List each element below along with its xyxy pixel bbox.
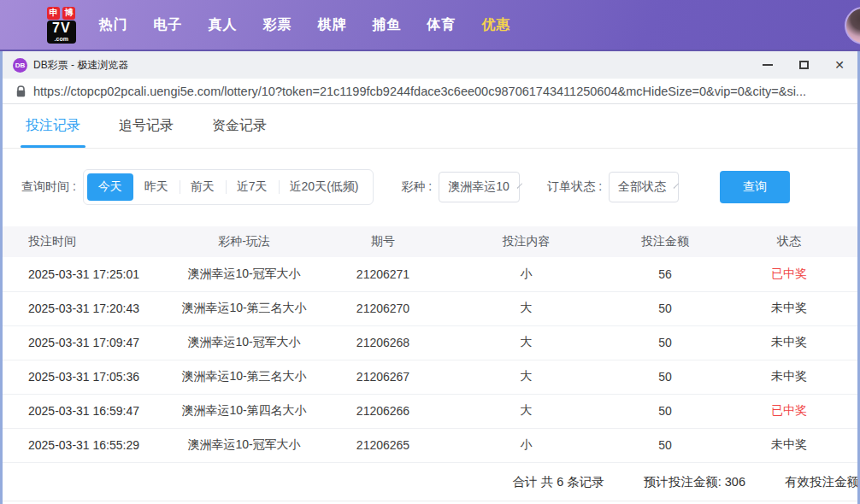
minimize-icon (763, 64, 773, 66)
maximize-button[interactable] (786, 51, 822, 79)
minimize-button[interactable] (750, 51, 786, 79)
nav-item-fishing[interactable]: 捕鱼 (360, 16, 415, 34)
tab-bet-records[interactable]: 投注记录 (26, 104, 80, 148)
cell-status: 未中奖 (721, 360, 857, 394)
col-game-play: 彩种-玩法 (165, 226, 323, 257)
window-title: DB彩票 - 极速浏览器 (33, 58, 128, 73)
time-filter-group: 今天 昨天 前天 近7天 近20天(低频) (83, 169, 374, 205)
cell-amount: 50 (610, 325, 721, 360)
cell-status: 已中奖 (721, 257, 857, 291)
cell-status: 未中奖 (721, 325, 857, 360)
page-content: 投注记录 追号记录 资金记录 查询时间 : 今天 昨天 前天 近7天 近20天(… (3, 104, 857, 504)
top-navigation: 热门 电子 真人 彩票 棋牌 捕鱼 体育 优惠 (86, 16, 524, 34)
summary-expected-amount: 预计投注金额: 306 (644, 474, 745, 490)
search-button[interactable]: 查询 (720, 171, 790, 203)
cell-issue: 21206267 (323, 360, 443, 394)
logo-badge-shen: 申 (47, 7, 60, 20)
nav-item-chess[interactable]: 棋牌 (305, 16, 360, 34)
time-option-today[interactable]: 今天 (87, 173, 133, 201)
cell-issue: 21206265 (323, 428, 443, 462)
status-filter-label: 订单状态 : (547, 179, 602, 195)
time-filter-label: 查询时间 : (21, 179, 76, 195)
table-row: 2025-03-31 17:25:01 澳洲幸运10-冠军大小 21206271… (3, 257, 857, 291)
nav-item-slots[interactable]: 电子 (141, 16, 196, 34)
tab-fund-records[interactable]: 资金记录 (212, 104, 267, 148)
url-text: https://ctopcp02pcali.uengi5e.com/lotter… (33, 85, 849, 98)
browser-titlebar: DB DB彩票 - 极速浏览器 ✕ (3, 51, 857, 79)
cell-amount: 50 (610, 360, 721, 394)
cell-bet-time: 2025-03-31 16:55:29 (3, 428, 165, 462)
lottery-select-value: 澳洲幸运10 (448, 179, 510, 195)
nav-item-hot[interactable]: 热门 (86, 16, 141, 34)
cell-game-play: 澳洲幸运10-冠军大小 (165, 428, 323, 462)
browser-app-icon-text: DB (15, 62, 26, 69)
site-logo[interactable]: 申 博 7V .com (47, 7, 76, 44)
table-row: 2025-03-31 17:05:36 澳洲幸运10-第三名大小 2120626… (3, 360, 857, 394)
cell-bet-time: 2025-03-31 16:59:47 (3, 394, 165, 428)
cell-game-play: 澳洲幸运10-冠军大小 (165, 325, 323, 360)
table-row: 2025-03-31 17:20:43 澳洲幸运10-第三名大小 2120627… (3, 291, 857, 325)
padlock-icon (16, 85, 26, 97)
table-header: 投注时间 彩种-玩法 期号 投注内容 投注金额 状态 (3, 226, 857, 257)
nav-item-lottery[interactable]: 彩票 (250, 16, 305, 34)
nav-item-promo[interactable]: 优惠 (469, 16, 524, 34)
logo-main: 7V .com (47, 21, 76, 44)
table-row: 2025-03-31 16:59:47 澳洲幸运10-第四名大小 2120626… (3, 394, 857, 428)
user-avatar[interactable] (845, 7, 860, 44)
cell-issue: 21206270 (323, 291, 443, 325)
browser-window: DB DB彩票 - 极速浏览器 ✕ https://ctopcp02pcali.… (0, 51, 860, 504)
cell-status: 未中奖 (721, 428, 857, 462)
cell-amount: 50 (610, 394, 721, 428)
bet-records-table: 投注时间 彩种-玩法 期号 投注内容 投注金额 状态 2025-03-31 17… (3, 226, 857, 463)
cell-game-play: 澳洲幸运10-第三名大小 (165, 360, 323, 394)
cell-issue: 21206268 (323, 325, 443, 360)
cell-content: 大 (443, 360, 610, 394)
time-option-yesterday[interactable]: 昨天 (133, 173, 180, 201)
cell-amount: 50 (610, 428, 721, 462)
col-amount: 投注金额 (610, 226, 721, 257)
table-row: 2025-03-31 17:09:47 澳洲幸运10-冠军大小 21206268… (3, 325, 857, 360)
logo-com-text: .com (55, 36, 68, 42)
col-status: 状态 (721, 226, 857, 257)
col-issue: 期号 (323, 226, 443, 257)
cell-issue: 21206271 (323, 257, 443, 291)
lottery-select[interactable]: 澳洲幸运10 (439, 172, 520, 202)
filter-bar: 查询时间 : 今天 昨天 前天 近7天 近20天(低频) 彩种 : 澳洲幸运10… (3, 169, 857, 205)
maximize-icon (799, 61, 809, 69)
col-bet-time: 投注时间 (3, 226, 165, 257)
cell-bet-time: 2025-03-31 17:20:43 (3, 291, 165, 325)
summary-valid-amount: 有效投注金额 (785, 474, 857, 490)
logo-badges: 申 博 (47, 7, 75, 20)
cell-content: 大 (443, 394, 610, 428)
cell-bet-time: 2025-03-31 17:09:47 (3, 325, 165, 360)
cell-content: 大 (443, 291, 610, 325)
col-content: 投注内容 (443, 226, 610, 257)
order-status-select[interactable]: 全部状态 (609, 172, 679, 202)
cell-game-play: 澳洲幸运10-第三名大小 (165, 291, 323, 325)
address-bar[interactable]: https://ctopcp02pcali.uengi5e.com/lotter… (3, 79, 857, 104)
record-tabs: 投注记录 追号记录 资金记录 (3, 104, 857, 149)
nav-item-sports[interactable]: 体育 (415, 16, 469, 34)
tab-chase-records[interactable]: 追号记录 (119, 104, 174, 148)
order-status-value: 全部状态 (618, 179, 666, 195)
cell-bet-time: 2025-03-31 17:05:36 (3, 360, 165, 394)
logo-badge-bo: 博 (62, 7, 75, 20)
summary-total: 合计 共 6 条记录 (513, 474, 604, 490)
close-button[interactable]: ✕ (822, 51, 857, 79)
nav-item-live[interactable]: 真人 (196, 16, 250, 34)
cell-content: 小 (443, 428, 610, 462)
cell-amount: 50 (610, 291, 721, 325)
cell-bet-time: 2025-03-31 17:25:01 (3, 257, 165, 291)
cell-game-play: 澳洲幸运10-第四名大小 (165, 394, 323, 428)
cell-game-play: 澳洲幸运10-冠军大小 (165, 257, 323, 291)
time-option-7days[interactable]: 近7天 (226, 173, 279, 201)
time-option-day-before[interactable]: 前天 (180, 173, 226, 201)
cell-amount: 56 (610, 257, 721, 291)
chevron-down-icon (674, 183, 679, 188)
cell-content: 小 (443, 257, 610, 291)
time-option-20days[interactable]: 近20天(低频) (279, 173, 370, 201)
summary-bar: 合计 共 6 条记录 预计投注金额: 306 有效投注金额 (3, 463, 857, 501)
table-row: 2025-03-31 16:55:29 澳洲幸运10-冠军大小 21206265… (3, 428, 857, 462)
chevron-down-icon (517, 183, 522, 188)
cell-status: 未中奖 (721, 291, 857, 325)
